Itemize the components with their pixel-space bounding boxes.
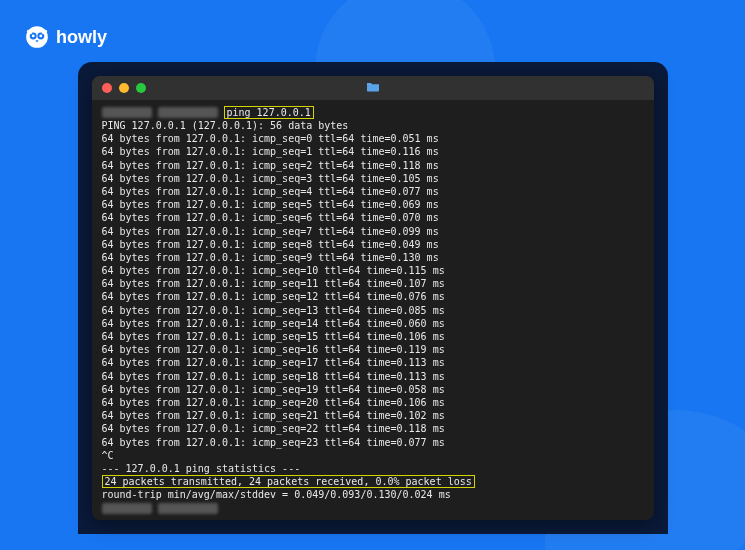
ping-reply-line: 64 bytes from 127.0.0.1: icmp_seq=12 ttl…	[102, 290, 644, 303]
stats-header: --- 127.0.0.1 ping statistics ---	[102, 462, 644, 475]
ping-reply-line: 64 bytes from 127.0.0.1: icmp_seq=3 ttl=…	[102, 172, 644, 185]
command-highlight: ping 127.0.0.1	[224, 106, 314, 119]
maximize-icon[interactable]	[136, 83, 146, 93]
blurred-host	[158, 107, 218, 118]
ping-reply-line: 64 bytes from 127.0.0.1: icmp_seq=23 ttl…	[102, 436, 644, 449]
brand-logo: howly	[24, 24, 107, 50]
svg-point-4	[39, 35, 42, 38]
ping-header: PING 127.0.0.1 (127.0.0.1): 56 data byte…	[102, 119, 644, 132]
svg-point-3	[32, 35, 35, 38]
stats-roundtrip: round-trip min/avg/max/stddev = 0.049/0.…	[102, 488, 644, 501]
window-titlebar	[92, 76, 654, 100]
ping-reply-line: 64 bytes from 127.0.0.1: icmp_seq=15 ttl…	[102, 330, 644, 343]
owl-icon	[24, 24, 50, 50]
ping-reply-line: 64 bytes from 127.0.0.1: icmp_seq=4 ttl=…	[102, 185, 644, 198]
prompt-line: ping 127.0.0.1	[102, 106, 644, 119]
ping-reply-line: 64 bytes from 127.0.0.1: icmp_seq=9 ttl=…	[102, 251, 644, 264]
terminal-output[interactable]: ping 127.0.0.1 PING 127.0.0.1 (127.0.0.1…	[92, 100, 654, 520]
ping-reply-line: 64 bytes from 127.0.0.1: icmp_seq=13 ttl…	[102, 304, 644, 317]
ping-reply-line: 64 bytes from 127.0.0.1: icmp_seq=8 ttl=…	[102, 238, 644, 251]
terminal-window: ping 127.0.0.1 PING 127.0.0.1 (127.0.0.1…	[92, 76, 654, 520]
stats-summary-highlight: 24 packets transmitted, 24 packets recei…	[102, 475, 475, 488]
ping-reply-line: 64 bytes from 127.0.0.1: icmp_seq=21 ttl…	[102, 409, 644, 422]
ping-reply-line: 64 bytes from 127.0.0.1: icmp_seq=10 ttl…	[102, 264, 644, 277]
stats-summary-line: 24 packets transmitted, 24 packets recei…	[102, 475, 644, 488]
ping-reply-line: 64 bytes from 127.0.0.1: icmp_seq=2 ttl=…	[102, 159, 644, 172]
ping-reply-line: 64 bytes from 127.0.0.1: icmp_seq=5 ttl=…	[102, 198, 644, 211]
svg-point-0	[26, 26, 48, 48]
ping-reply-line: 64 bytes from 127.0.0.1: icmp_seq=20 ttl…	[102, 396, 644, 409]
ping-reply-line: 64 bytes from 127.0.0.1: icmp_seq=6 ttl=…	[102, 211, 644, 224]
ping-reply-line: 64 bytes from 127.0.0.1: icmp_seq=17 ttl…	[102, 356, 644, 369]
ping-reply-line: 64 bytes from 127.0.0.1: icmp_seq=11 ttl…	[102, 277, 644, 290]
interrupt-signal: ^C	[102, 449, 644, 462]
blurred-user	[102, 503, 152, 514]
ping-reply-line: 64 bytes from 127.0.0.1: icmp_seq=14 ttl…	[102, 317, 644, 330]
brand-name: howly	[56, 27, 107, 48]
prompt-line	[102, 503, 644, 514]
monitor-frame: ping 127.0.0.1 PING 127.0.0.1 (127.0.0.1…	[78, 62, 668, 534]
ping-reply-line: 64 bytes from 127.0.0.1: icmp_seq=16 ttl…	[102, 343, 644, 356]
ping-reply-line: 64 bytes from 127.0.0.1: icmp_seq=22 ttl…	[102, 422, 644, 435]
blurred-host	[158, 503, 218, 514]
ping-reply-line: 64 bytes from 127.0.0.1: icmp_seq=19 ttl…	[102, 383, 644, 396]
folder-icon	[366, 81, 380, 95]
ping-reply-line: 64 bytes from 127.0.0.1: icmp_seq=1 ttl=…	[102, 145, 644, 158]
close-icon[interactable]	[102, 83, 112, 93]
ping-reply-line: 64 bytes from 127.0.0.1: icmp_seq=18 ttl…	[102, 370, 644, 383]
ping-reply-line: 64 bytes from 127.0.0.1: icmp_seq=7 ttl=…	[102, 225, 644, 238]
blurred-user	[102, 107, 152, 118]
minimize-icon[interactable]	[119, 83, 129, 93]
ping-reply-line: 64 bytes from 127.0.0.1: icmp_seq=0 ttl=…	[102, 132, 644, 145]
